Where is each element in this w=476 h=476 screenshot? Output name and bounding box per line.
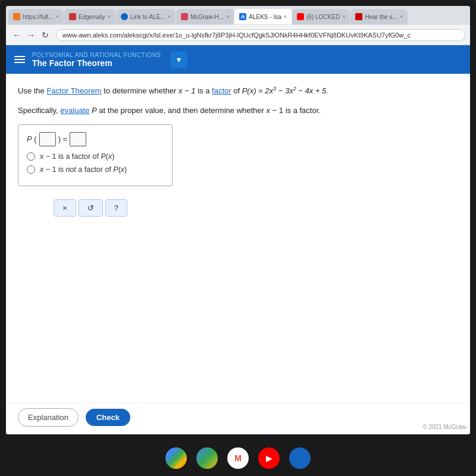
tab5-favicon: A xyxy=(239,13,246,20)
radio-circle-2[interactable] xyxy=(27,165,35,174)
hamburger-menu[interactable] xyxy=(14,56,25,63)
q-mid-2: is a xyxy=(198,86,212,95)
explanation-button[interactable]: Explanation xyxy=(18,408,79,427)
header-text: POLYNOMIAL AND RATIONAL FUNCTIONS The Fa… xyxy=(32,52,161,68)
tab6-favicon xyxy=(297,13,304,20)
radio-option-1[interactable]: x − 1 is a factor of P(x) xyxy=(27,152,164,161)
bottom-bar: Explanation Check xyxy=(6,403,470,431)
q-mid-3: of xyxy=(233,86,242,95)
radio-option-2[interactable]: x − 1 is not a factor of P(x) xyxy=(27,165,164,174)
tab-bar: https://fult... × Edgenuity × Link to AL… xyxy=(6,6,470,25)
tab1-favicon xyxy=(13,13,20,20)
tab-2[interactable]: Edgenuity × xyxy=(64,9,115,24)
header-title: The Factor Theorem xyxy=(32,58,161,68)
page-content: POLYNOMIAL AND RATIONAL FUNCTIONS The Fa… xyxy=(6,45,470,434)
address-bar: ← → ↻ www-awn.aleks.com/alekscgi/x/lsl.e… xyxy=(6,25,470,45)
forward-button[interactable]: → xyxy=(25,29,37,41)
tab-7[interactable]: Hear the s... × xyxy=(350,9,408,24)
main-area: Use the Factor Theorem to determine whet… xyxy=(6,74,470,434)
aleks-header: POLYNOMIAL AND RATIONAL FUNCTIONS The Fa… xyxy=(6,45,470,74)
tab5-label: ALEKS - Isa xyxy=(249,14,281,20)
tab-4[interactable]: McGraw-H... × xyxy=(176,9,234,24)
tab6-label: (6) LOCKED xyxy=(306,14,340,20)
back-button[interactable]: ← xyxy=(11,29,23,41)
radio-circle-1[interactable] xyxy=(27,152,35,161)
tab-6[interactable]: (6) LOCKED × xyxy=(292,9,350,24)
radio-label-1: x − 1 is a factor of P(x) xyxy=(40,152,114,161)
factor-link[interactable]: factor xyxy=(212,86,231,95)
nav-buttons: ← → ↻ xyxy=(11,29,51,41)
files-icon[interactable] xyxy=(289,447,311,469)
tab7-favicon xyxy=(355,13,362,20)
button-toolbar: × ↺ ? xyxy=(54,199,458,217)
tab4-favicon xyxy=(181,13,188,20)
tab5-close[interactable]: × xyxy=(284,14,287,20)
refresh-button[interactable]: ↻ xyxy=(39,29,51,41)
clear-button[interactable]: × xyxy=(54,199,76,217)
tab3-label: Link to ALE... xyxy=(130,14,165,20)
evaluate-link[interactable]: evaluate xyxy=(60,106,89,115)
q-math-1: x − 1 xyxy=(178,86,196,95)
q-pre-1: Use the xyxy=(18,86,46,95)
question-line-1: Use the Factor Theorem to determine whet… xyxy=(18,84,458,98)
tab-5[interactable]: A ALEKS - Isa × xyxy=(234,9,292,24)
youtube-icon[interactable]: ▶ xyxy=(258,447,280,469)
help-button[interactable]: ? xyxy=(105,199,127,217)
chevron-down-button[interactable]: ▾ xyxy=(171,51,187,68)
answer-box: P ( ) = x − 1 is a factor of P(x) x − 1 … xyxy=(18,124,173,186)
chrome-icon[interactable] xyxy=(165,447,187,469)
gmail-icon[interactable]: M xyxy=(227,447,249,469)
browser-window: https://fult... × Edgenuity × Link to AL… xyxy=(6,6,470,434)
p-equation: P ( ) = xyxy=(27,132,164,146)
tab3-close[interactable]: × xyxy=(168,14,171,20)
tab2-favicon xyxy=(69,13,76,20)
taskbar: M ▶ xyxy=(0,440,476,476)
check-button[interactable]: Check xyxy=(86,409,130,426)
tab2-label: Edgenuity xyxy=(79,14,105,20)
copyright-text: © 2021 McGraw- xyxy=(422,424,468,430)
p-result-input[interactable] xyxy=(70,132,86,146)
tab1-label: https://fult... xyxy=(23,14,54,20)
tab6-close[interactable]: × xyxy=(342,14,345,20)
q-specifically: Specifically, xyxy=(18,106,60,115)
tab4-label: McGraw-H... xyxy=(190,14,224,20)
laptop-bezel: https://fult... × Edgenuity × Link to AL… xyxy=(0,0,476,440)
p-label: P ( xyxy=(27,134,37,143)
tab-3[interactable]: Link to ALE... × xyxy=(116,9,176,24)
q-mid-4: P at the proper value, and then determin… xyxy=(92,106,321,115)
q-mid-1: to determine whether xyxy=(104,86,178,95)
tab-1[interactable]: https://fult... × xyxy=(8,9,64,24)
tab7-label: Hear the s... xyxy=(365,14,397,20)
url-bar[interactable]: www-awn.aleks.com/alekscgi/x/lsl.exe/1o_… xyxy=(56,29,465,41)
tab4-close[interactable]: × xyxy=(226,14,229,20)
p-paren-close: ) = xyxy=(58,134,68,143)
p-input-value[interactable] xyxy=(39,132,56,146)
tab3-favicon xyxy=(121,13,128,20)
undo-button[interactable]: ↺ xyxy=(79,199,103,217)
tab7-close[interactable]: × xyxy=(400,14,403,20)
radio-label-2: x − 1 is not a factor of P(x) xyxy=(40,165,127,174)
tab2-close[interactable]: × xyxy=(107,14,110,20)
factor-theorem-link[interactable]: Factor Theorem xyxy=(46,86,101,95)
q-poly: P(x) = 2x3 − 3x2 − 4x + 5. xyxy=(242,86,328,95)
tab1-close[interactable]: × xyxy=(56,14,59,20)
question-line-2: Specifically, evaluate P at the proper v… xyxy=(18,105,458,117)
drive-icon[interactable] xyxy=(196,447,218,469)
header-subtitle: POLYNOMIAL AND RATIONAL FUNCTIONS xyxy=(32,52,161,58)
